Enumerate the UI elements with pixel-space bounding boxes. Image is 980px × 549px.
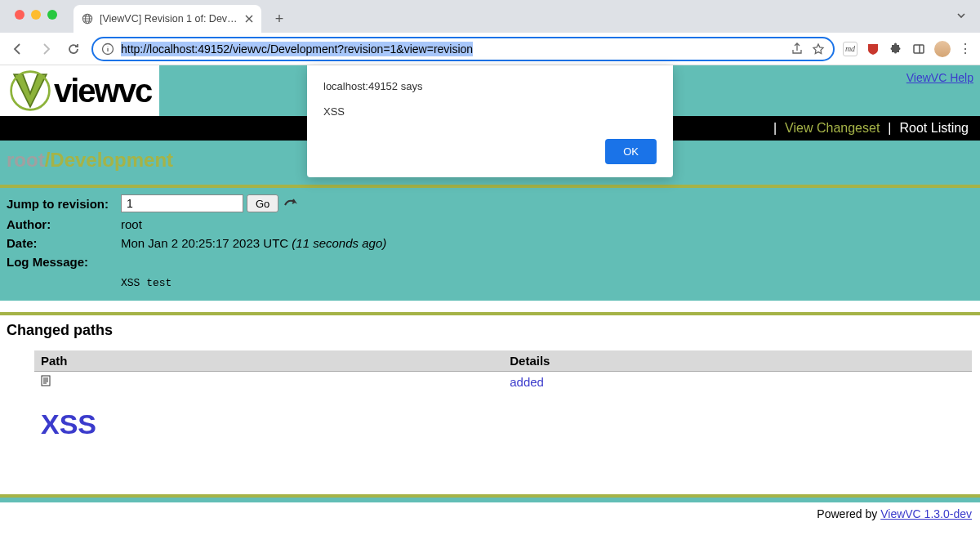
file-icon <box>41 375 51 386</box>
minimize-window-button[interactable] <box>31 10 41 20</box>
viewvc-logo[interactable]: viewvc <box>0 65 159 116</box>
breadcrumb-root[interactable]: root <box>7 149 45 171</box>
log-label: Log Message: <box>7 255 121 269</box>
table-row: XSS added <box>34 372 972 464</box>
alert-message: XSS <box>323 105 657 118</box>
tab-title: [ViewVC] Revision 1 of: Develo... <box>100 13 238 25</box>
log-message: XSS test <box>121 277 172 289</box>
jump-label: Jump to revision: <box>7 197 121 211</box>
footer: Powered by ViewVC 1.3.0-dev <box>0 502 980 525</box>
profile-avatar[interactable] <box>934 41 951 57</box>
date-label: Date: <box>7 236 121 250</box>
alert-origin: localhost:49152 says <box>323 80 657 92</box>
svg-rect-5 <box>42 376 50 386</box>
root-listing-link[interactable]: Root Listing <box>900 121 969 136</box>
revision-nav-icon[interactable] <box>283 195 298 212</box>
extension-ublock-icon[interactable] <box>866 42 880 56</box>
browser-menu-button[interactable]: ⋮ <box>959 41 972 56</box>
close-tab-icon[interactable] <box>245 15 253 23</box>
go-button[interactable]: Go <box>247 194 278 212</box>
back-button[interactable] <box>8 39 28 59</box>
alert-ok-button[interactable]: OK <box>605 139 657 164</box>
view-changeset-link[interactable]: View Changeset <box>785 121 880 136</box>
bookmark-star-icon[interactable] <box>812 42 825 56</box>
side-panel-icon[interactable] <box>911 42 926 56</box>
viewvc-version-link[interactable]: ViewVC 1.3.0-dev <box>880 507 972 520</box>
extension-markdown-icon[interactable]: md <box>843 42 858 56</box>
changed-paths-table: Path Details XSS added <box>34 350 972 463</box>
date-value: Mon Jan 2 20:25:17 2023 UTC (11 seconds … <box>121 236 386 250</box>
info-icon[interactable] <box>101 42 114 56</box>
window-controls[interactable] <box>8 0 65 20</box>
revision-input[interactable] <box>121 194 243 212</box>
author-label: Author: <box>7 217 121 231</box>
close-window-button[interactable] <box>15 10 24 20</box>
col-path: Path <box>34 350 503 372</box>
javascript-alert-dialog: localhost:49152 says XSS OK <box>307 65 673 177</box>
col-details: Details <box>503 350 972 372</box>
extensions-puzzle-icon[interactable] <box>889 42 903 56</box>
browser-tab[interactable]: [ViewVC] Revision 1 of: Develo... <box>74 5 261 33</box>
share-icon[interactable] <box>791 42 804 56</box>
changed-paths-heading: Changed paths <box>7 322 973 339</box>
breadcrumb-current[interactable]: Development <box>50 149 173 171</box>
svg-rect-3 <box>914 45 924 53</box>
viewvc-logo-icon <box>8 69 52 113</box>
logo-text: viewvc <box>54 73 151 109</box>
details-added-link[interactable]: added <box>510 375 544 389</box>
path-xss-injected: XSS <box>41 408 497 440</box>
viewvc-help-link[interactable]: ViewVC Help <box>906 71 973 84</box>
reload-button[interactable] <box>64 39 83 59</box>
globe-icon <box>82 13 93 25</box>
author-value: root <box>121 217 142 231</box>
maximize-window-button[interactable] <box>47 10 57 20</box>
new-tab-button[interactable]: + <box>268 7 291 30</box>
url-text[interactable]: http://localhost:49152/viewvc/Developmen… <box>121 42 473 56</box>
address-bar[interactable]: http://localhost:49152/viewvc/Developmen… <box>91 37 835 61</box>
forward-button <box>36 39 56 59</box>
chevron-down-icon[interactable] <box>956 10 967 21</box>
